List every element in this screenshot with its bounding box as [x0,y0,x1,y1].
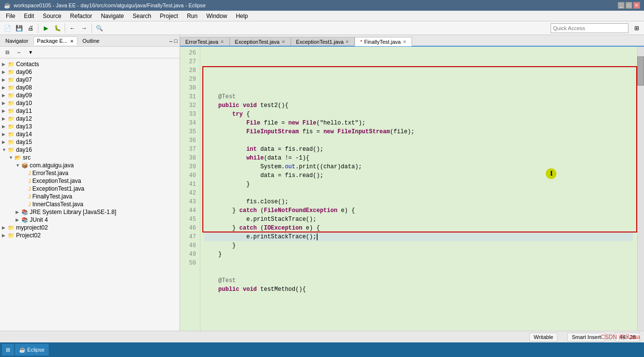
tree-item[interactable]: ▶📁day10 [0,99,179,107]
back-button[interactable]: ← [67,23,78,34]
scrollbar-thumb[interactable] [637,56,644,86]
tree-item[interactable]: ▼📂src [0,154,179,161]
sidebar-menu-button[interactable]: ▼ [25,47,36,58]
toolbar: 📄 💾 🖨 ▶ 🐛 ← → 🔍 ⊞ [0,21,644,35]
taskbar-eclipse[interactable]: ☕ Eclipse [15,344,49,356]
tree-item[interactable]: ▼📁day16 [0,146,179,154]
tree-item[interactable]: JExceptionTest1.java [0,185,179,193]
sidebar-tree: ▶📁Contacts▶📁day06▶📁day07▶📁day08▶📁day09▶📁… [0,58,179,331]
menu-source[interactable]: Source [39,12,65,20]
tree-item-label: Project02 [16,232,41,239]
tree-item-label: day09 [16,92,32,99]
editor-area: ErrorTest.java✕ExceptionTest.java✕Except… [180,35,644,331]
statusbar: Writable Smart Insert 44 : 28 [0,331,644,342]
tree-item[interactable]: ▶📁Project02 [0,232,179,239]
menu-edit[interactable]: Edit [20,12,38,20]
menu-project[interactable]: Project [156,12,182,20]
tree-item[interactable]: ▶📚JRE System Library [JavaSE-1.8] [0,208,179,216]
editor-tab[interactable]: ExceptionTest.java✕ [230,37,291,46]
tab-package-explorer[interactable]: Package E... ✕ [34,36,77,45]
tree-item-label: day08 [16,84,32,91]
tree-item-label: Contacts [16,61,39,68]
close-button[interactable]: ✕ [633,2,640,9]
tree-item-label: com.atguigu.java [30,162,74,169]
new-button[interactable]: 📄 [2,23,13,34]
tree-item[interactable]: JFinallyTest.java [0,193,179,200]
tree-item-label: ExceptionTest1.java [33,185,85,192]
print-button[interactable]: 🖨 [25,23,36,34]
menu-refactor[interactable]: Refactor [66,12,96,20]
menu-help[interactable]: Help [232,12,252,20]
menu-run[interactable]: Run [183,12,201,20]
watermark: CSDN 清风aaa [601,333,640,341]
sidebar-tabs: Navigator Package E... ✕ Outline – □ [0,35,179,47]
line-numbers: 2627282930313233343536373839404142434445… [180,47,200,331]
menu-search[interactable]: Search [129,12,155,20]
quick-access-input[interactable] [551,23,628,33]
tree-item[interactable]: ▶📁day15 [0,138,179,146]
window-icon: ☕ [4,2,11,9]
tree-item[interactable]: ▼📦com.atguigu.java [0,161,179,169]
tree-item[interactable]: ▶📁Contacts [0,60,179,68]
run-button[interactable]: ▶ [40,23,51,34]
tree-item[interactable]: ▶📁day14 [0,130,179,138]
editor-scrollbar[interactable] [637,47,644,331]
tab-label: FinallyTest.java [364,39,401,45]
tab-close-button[interactable]: ✕ [403,39,407,44]
tree-item[interactable]: ▶📁day06 [0,68,179,76]
editor-tab[interactable]: ErrorTest.java✕ [180,37,230,46]
search-button[interactable]: 🔍 [94,23,105,34]
tree-item-label: day11 [16,107,32,114]
cursor-indicator: 𝐈 [546,168,556,179]
tab-close-button[interactable]: ✕ [345,39,349,44]
tree-item-label: ErrorTest.java [33,170,69,177]
editor-tab[interactable]: *FinallyTest.java✕ [355,37,411,46]
tree-item[interactable]: ▶📁day13 [0,123,179,130]
dirty-indicator: * [360,39,362,45]
current-line: e.printStackTrace(); [204,232,633,241]
tree-item-label: JUnit 4 [30,216,48,223]
tree-item[interactable]: JExceptionTest.java [0,177,179,185]
tree-item-label: InnerClassTest.java [33,201,84,208]
start-button[interactable]: ⊞ [2,344,14,356]
cursor-symbol: 𝐈 [550,170,553,178]
tab-close-button[interactable]: ✕ [220,39,224,44]
tree-item[interactable]: JInnerClassTest.java [0,200,179,208]
tree-item-label: day16 [16,146,32,153]
collapse-all-button[interactable]: ⊟ [2,47,13,58]
tree-item[interactable]: ▶📁day07 [0,76,179,84]
tab-label: ExceptionTest.java [235,39,280,45]
tab-label: ExceptionTest1.java [296,39,344,45]
link-editor-button[interactable]: ↔ [14,47,24,58]
tab-close-button[interactable]: ✕ [282,39,286,44]
sidebar-minimize[interactable]: – [169,38,172,44]
tree-item[interactable]: ▶📁myproject02 [0,224,179,232]
debug-button[interactable]: 🐛 [52,23,63,34]
editor-tab[interactable]: ExceptionTest1.java✕ [291,37,355,46]
perspective-button[interactable]: ⊞ [631,23,642,34]
forward-button[interactable]: → [79,23,89,34]
tree-item[interactable]: JErrorTest.java [0,169,179,177]
menu-window[interactable]: Window [202,12,231,20]
save-button[interactable]: 💾 [14,23,24,34]
tree-item[interactable]: ▶📁day08 [0,84,179,91]
tab-package-explorer-close[interactable]: ✕ [70,39,74,44]
code-area[interactable]: @Test public void test2(){ try { File fi… [200,47,637,331]
tree-item[interactable]: ▶📚JUnit 4 [0,216,179,224]
taskbar: ⊞ ☕ Eclipse [0,342,644,357]
menu-file[interactable]: File [2,12,19,20]
tree-item[interactable]: ▶📁day11 [0,107,179,115]
tree-item-label: day15 [16,139,32,145]
tree-item[interactable]: ▶📁day09 [0,91,179,99]
tab-outline[interactable]: Outline [79,36,103,45]
maximize-button[interactable]: □ [626,2,632,9]
tree-item-label: FinallyTest.java [33,193,72,200]
minimize-button[interactable]: _ [618,2,625,9]
menubar: File Edit Source Refactor Navigate Searc… [0,11,644,21]
editor-content[interactable]: 2627282930313233343536373839404142434445… [180,47,644,331]
sidebar-maximize[interactable]: □ [174,38,178,44]
tab-navigator[interactable]: Navigator [2,36,32,45]
tree-item[interactable]: ▶📁day12 [0,115,179,123]
quick-access-area: ⊞ [551,23,642,34]
menu-navigate[interactable]: Navigate [97,12,127,20]
